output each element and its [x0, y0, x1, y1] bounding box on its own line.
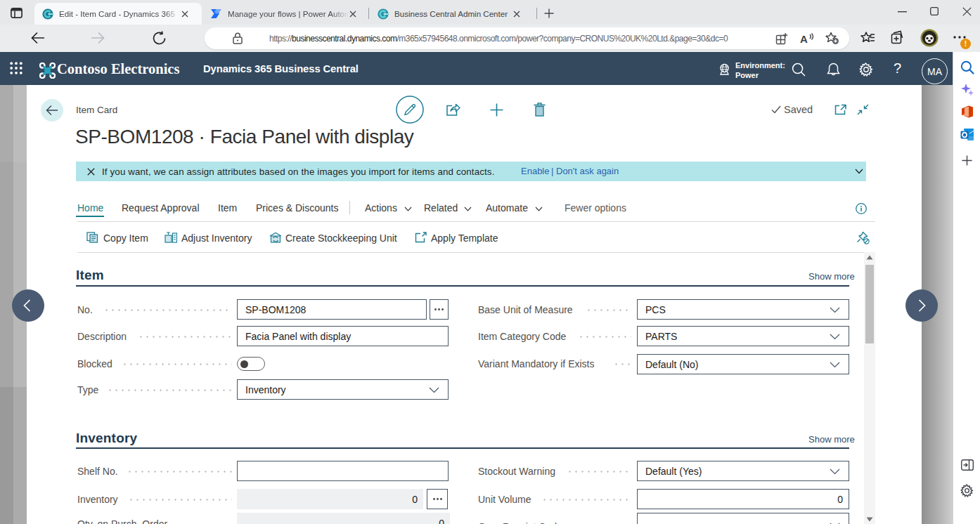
svg-text:A: A: [800, 33, 808, 44]
svg-text:!: !: [965, 39, 967, 48]
